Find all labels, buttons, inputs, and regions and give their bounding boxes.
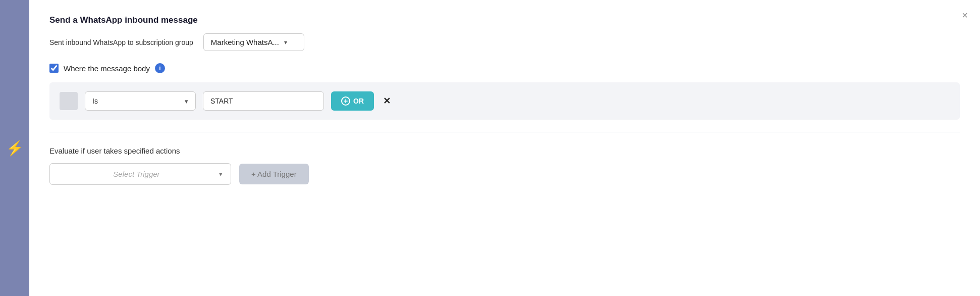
subscription-dropdown-value: Marketing WhatsA... xyxy=(211,38,279,46)
trigger-row: Select Trigger ▾ + Add Trigger xyxy=(49,163,960,185)
select-trigger-placeholder: Select Trigger xyxy=(58,170,215,178)
subscription-row: Sent inbound WhatsApp to subscription gr… xyxy=(49,33,960,51)
checkbox-row: Where the message body i xyxy=(49,63,960,73)
evaluate-title: Evaluate if user takes specified actions xyxy=(49,146,960,155)
condition-value: Is xyxy=(92,97,98,105)
close-button[interactable]: × xyxy=(960,8,970,22)
filter-container: Is ▾ + OR ✕ xyxy=(49,82,960,120)
filter-row: Is ▾ + OR ✕ xyxy=(60,91,950,111)
divider xyxy=(49,132,960,132)
main-content: × Send a WhatsApp inbound message Sent i… xyxy=(29,0,980,296)
or-button[interactable]: + OR xyxy=(331,91,374,111)
evaluate-section: Evaluate if user takes specified actions… xyxy=(49,144,960,185)
remove-filter-button[interactable]: ✕ xyxy=(381,93,393,109)
where-message-body-checkbox[interactable] xyxy=(49,64,59,73)
lightning-icon: ⚡ xyxy=(6,140,24,157)
condition-arrow-icon: ▾ xyxy=(185,97,188,105)
sidebar: ⚡ xyxy=(0,0,29,296)
or-button-label: OR xyxy=(353,97,364,105)
where-message-body-label: Where the message body xyxy=(64,64,150,73)
info-icon[interactable]: i xyxy=(155,63,165,73)
section-title: Send a WhatsApp inbound message xyxy=(49,15,960,25)
condition-dropdown[interactable]: Is ▾ xyxy=(85,91,196,111)
trigger-chevron-down-icon: ▾ xyxy=(219,170,223,178)
chevron-down-icon: ▾ xyxy=(284,39,287,46)
filter-value-input[interactable] xyxy=(203,91,324,111)
select-trigger-dropdown[interactable]: Select Trigger ▾ xyxy=(49,163,231,185)
add-trigger-label: + Add Trigger xyxy=(251,170,297,178)
plus-circle-icon: + xyxy=(341,96,350,106)
drag-handle[interactable] xyxy=(60,92,78,110)
add-trigger-button[interactable]: + Add Trigger xyxy=(239,164,309,184)
subscription-dropdown[interactable]: Marketing WhatsA... ▾ xyxy=(203,33,304,51)
subscription-label: Sent inbound WhatsApp to subscription gr… xyxy=(49,38,193,46)
